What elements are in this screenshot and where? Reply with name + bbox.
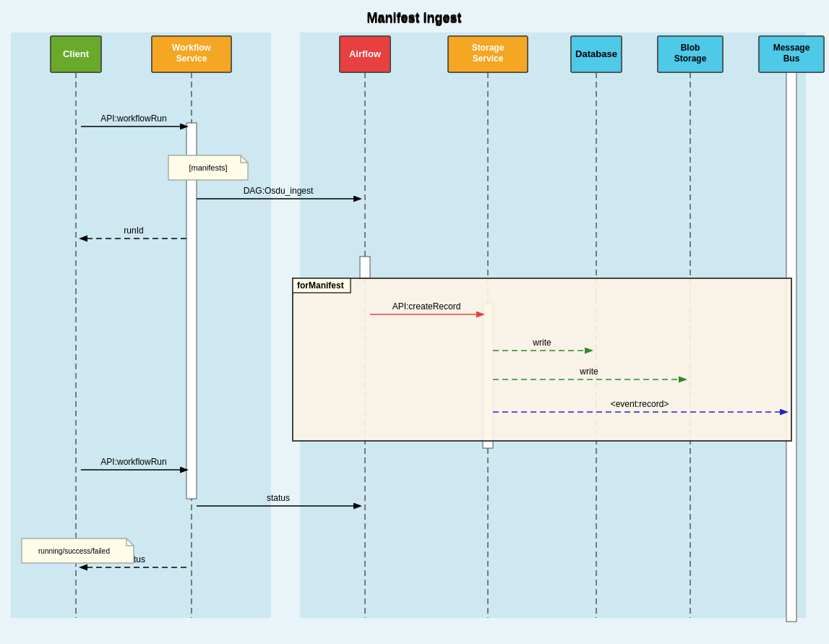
svg-text:<event:record>: <event:record> [611,399,669,409]
svg-text:Airflow: Airflow [349,48,382,59]
svg-text:Client: Client [63,48,90,59]
svg-text:Service: Service [176,53,207,64]
sequence-diagram: Manifest IngestClientWorkflowServiceAirf… [0,0,829,644]
svg-rect-33 [293,278,791,441]
svg-text:Storage: Storage [472,43,504,53]
svg-text:write: write [532,338,551,348]
svg-text:write: write [579,366,598,377]
svg-text:API:workflowRun: API:workflowRun [100,457,166,467]
svg-text:Message: Message [773,43,810,53]
svg-text:runId: runId [124,226,143,236]
svg-text:forManifest: forManifest [297,280,344,291]
svg-text:API:createRecord: API:createRecord [392,301,461,312]
svg-text:Workflow: Workflow [172,43,211,53]
svg-text:Blob: Blob [681,43,700,53]
svg-text:Service: Service [473,53,504,64]
diagram-container: Manifest IngestClientWorkflowServiceAirf… [0,0,829,644]
svg-text:DAG:Osdu_ingest: DAG:Osdu_ingest [244,186,314,196]
svg-text:Manifest Ingest: Manifest Ingest [366,12,461,26]
svg-text:Storage: Storage [674,53,707,64]
svg-text:API:workflowRun: API:workflowRun [100,113,166,124]
svg-text:running/success/failed: running/success/failed [38,547,110,555]
svg-text:[manifests]: [manifests] [189,163,227,172]
svg-rect-30 [360,257,370,278]
svg-text:Database: Database [575,48,617,59]
svg-text:status: status [267,493,290,503]
svg-text:Bus: Bus [783,53,800,64]
